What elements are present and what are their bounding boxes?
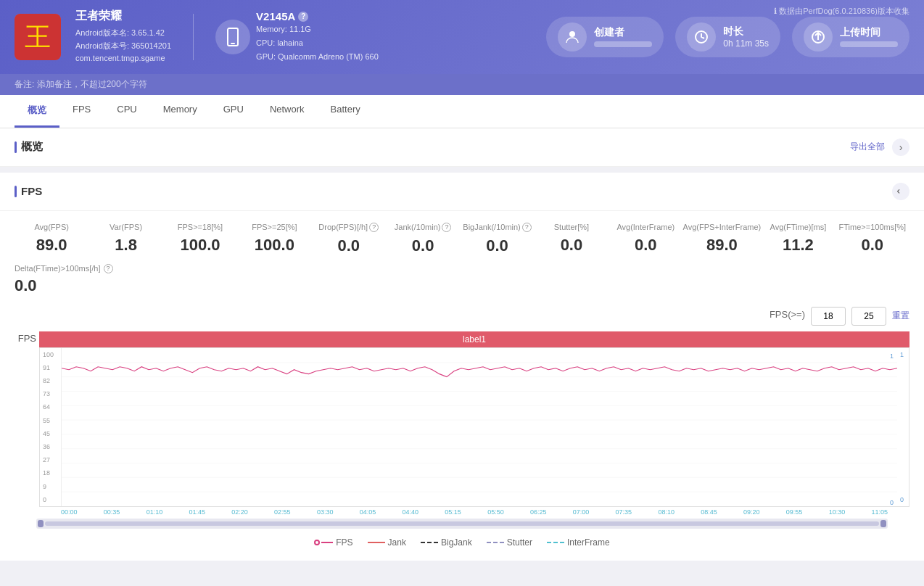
stat-avg-ftime: Avg(FTime)[ms] 11.2 bbox=[761, 223, 835, 255]
overview-section: 概览 导出全部 › bbox=[0, 128, 924, 167]
header-stats: 创建者 时长 0h 11m 35s bbox=[546, 17, 909, 57]
fps-title: FPS bbox=[15, 185, 42, 197]
stat-avg-interframe-value: 0.0 bbox=[609, 236, 682, 255]
chart-legend: FPS Jank BigJank Stutter InterFrame bbox=[15, 532, 909, 553]
legend-bigjank: BigJank bbox=[421, 537, 472, 548]
overview-header: 概览 导出全部 › bbox=[0, 128, 924, 167]
scrollbar-left-handle[interactable] bbox=[38, 520, 44, 527]
right-y-axis: 1 0 bbox=[897, 348, 909, 506]
stat-avg-fps-interframe: Avg(FPS+InterFrame) 89.0 bbox=[683, 223, 762, 255]
legend-stutter-line bbox=[487, 542, 504, 543]
stat-avg-fps-interframe-value: 89.0 bbox=[683, 236, 762, 255]
fps-stats-grid: Avg(FPS) 89.0 Var(FPS) 1.8 FPS>=18[%] 10… bbox=[0, 211, 924, 261]
app-package: com.tencent.tmgp.sgame bbox=[75, 52, 171, 65]
device-cpu: CPU: lahaina bbox=[256, 36, 379, 50]
fps-sub-stat: Delta(FTime)>100ms[/h] ? 0.0 bbox=[0, 261, 924, 307]
x-axis-labels: 00:00 00:35 01:10 01:45 02:20 02:55 03:3… bbox=[39, 508, 909, 516]
app-android-v2: Android版本号: 365014201 bbox=[75, 40, 171, 53]
legend-fps: FPS bbox=[314, 537, 352, 548]
stat-var-fps: Var(FPS) 1.8 bbox=[88, 223, 162, 255]
svg-point-4 bbox=[569, 31, 575, 37]
bigjank-help-icon[interactable]: ? bbox=[522, 223, 532, 232]
stat-ftime-gte100-value: 0.0 bbox=[836, 236, 909, 255]
device-info: V2145A ? Memory: 11.1G CPU: lahaina GPU:… bbox=[256, 10, 379, 63]
legend-bigjank-line bbox=[421, 542, 438, 543]
drop-fps-help-icon[interactable]: ? bbox=[369, 223, 379, 232]
stat-avg-ftime-value: 11.2 bbox=[761, 236, 835, 255]
stat-stutter-value: 0.0 bbox=[535, 236, 609, 255]
tab-memory[interactable]: Memory bbox=[150, 95, 210, 128]
stat-stutter: Stutter[%] 0.0 bbox=[535, 223, 609, 255]
stat-drop-fps-value: 0.0 bbox=[312, 236, 386, 255]
right-y-bottom: 0 bbox=[900, 496, 906, 503]
tab-cpu[interactable]: CPU bbox=[104, 95, 149, 128]
stat-creator: 创建者 bbox=[546, 17, 664, 57]
stat-avg-fps-value: 89.0 bbox=[15, 236, 88, 255]
watermark-icon: ℹ bbox=[774, 7, 777, 16]
duration-label: 时长 bbox=[723, 25, 769, 38]
stat-fps-gte18: FPS>=18[%] 100.0 bbox=[163, 223, 237, 255]
app-name: 王者荣耀 bbox=[75, 9, 171, 24]
stat-avg-interframe: Avg(InterFrame) 0.0 bbox=[609, 223, 682, 255]
watermark: ℹ 数据由PerfDog(6.0.210836)版本收集 bbox=[774, 6, 909, 17]
fps-gte-label: FPS(>=) bbox=[770, 309, 805, 320]
fps-collapse-button[interactable]: ⌄ bbox=[892, 183, 909, 200]
fps-chart-label: FPS bbox=[15, 331, 36, 344]
legend-jank-line bbox=[368, 542, 385, 543]
fps-section-header: FPS ⌄ bbox=[0, 173, 924, 211]
stat-jank-value: 0.0 bbox=[386, 236, 460, 255]
tab-fps[interactable]: FPS bbox=[59, 95, 104, 128]
app-info: 王者荣耀 Android版本名: 3.65.1.42 Android版本号: 3… bbox=[75, 9, 171, 65]
device-name: V2145A ? bbox=[256, 10, 379, 22]
upload-icon bbox=[804, 22, 833, 51]
legend-jank: Jank bbox=[368, 537, 406, 548]
tab-overview[interactable]: 概览 bbox=[15, 95, 59, 128]
device-icon bbox=[215, 20, 250, 54]
stat-jank: Jank(/10min) ? 0.0 bbox=[386, 223, 460, 255]
device-memory: Memory: 11.1G bbox=[256, 22, 379, 36]
stat-drop-fps: Drop(FPS)[/h] ? 0.0 bbox=[312, 223, 386, 255]
device-gpu: GPU: Qualcomm Adreno (TM) 660 bbox=[256, 50, 379, 64]
fps-threshold-2[interactable] bbox=[851, 307, 886, 326]
scrollbar-track[interactable] bbox=[45, 521, 879, 526]
legend-stutter-label: Stutter bbox=[507, 537, 532, 548]
tab-network[interactable]: Network bbox=[257, 95, 318, 128]
app-icon: 王 bbox=[15, 14, 61, 60]
export-button[interactable]: 导出全部 bbox=[850, 141, 885, 153]
legend-bigjank-label: BigJank bbox=[441, 537, 472, 548]
stat-avg-fps: Avg(FPS) 89.0 bbox=[15, 223, 88, 255]
duration-value: 0h 11m 35s bbox=[723, 38, 769, 49]
scrollbar-right-handle[interactable] bbox=[880, 520, 886, 527]
creator-icon bbox=[558, 22, 587, 51]
overview-title: 概览 bbox=[15, 140, 43, 154]
upload-value-bar bbox=[840, 41, 898, 47]
legend-interframe: InterFrame bbox=[547, 537, 610, 548]
reset-button[interactable]: 重置 bbox=[892, 310, 909, 322]
chart-scrollbar[interactable] bbox=[36, 519, 888, 529]
fps-threshold-1[interactable] bbox=[811, 307, 846, 326]
chart-controls: FPS(>=) 重置 bbox=[15, 307, 909, 326]
device-info-icon[interactable]: ? bbox=[298, 12, 308, 22]
header-divider bbox=[193, 14, 194, 60]
tab-gpu[interactable]: GPU bbox=[210, 95, 257, 128]
stat-duration: 时长 0h 11m 35s bbox=[675, 17, 780, 57]
fps-chart[interactable]: 100 91 82 73 64 55 45 36 27 18 9 0 bbox=[39, 347, 909, 507]
stat-fps-gte25: FPS>=25[%] 100.0 bbox=[237, 223, 311, 255]
nav-tabs: 概览 FPS CPU Memory GPU Network Battery bbox=[0, 95, 924, 128]
duration-icon bbox=[687, 22, 716, 51]
legend-stutter: Stutter bbox=[487, 537, 532, 548]
note-placeholder[interactable]: 备注: 添加备注，不超过200个字符 bbox=[15, 79, 147, 89]
stat-fps-gte18-value: 100.0 bbox=[163, 236, 237, 255]
stat-upload: 上传时间 bbox=[792, 17, 909, 57]
stat-bigjank-value: 0.0 bbox=[460, 236, 534, 255]
sub-stat-help-icon[interactable]: ? bbox=[104, 264, 113, 273]
watermark-text: 数据由PerfDog(6.0.210836)版本收集 bbox=[779, 6, 909, 17]
jank-help-icon[interactable]: ? bbox=[442, 223, 451, 232]
tab-battery[interactable]: Battery bbox=[318, 95, 374, 128]
legend-interframe-line bbox=[547, 542, 564, 543]
chart-label-bar: label1 bbox=[39, 331, 909, 347]
collapse-button[interactable]: › bbox=[892, 139, 909, 156]
creator-value-bar bbox=[594, 41, 652, 47]
svg-text:王: 王 bbox=[25, 22, 51, 51]
svg-text:0: 0 bbox=[890, 499, 894, 506]
